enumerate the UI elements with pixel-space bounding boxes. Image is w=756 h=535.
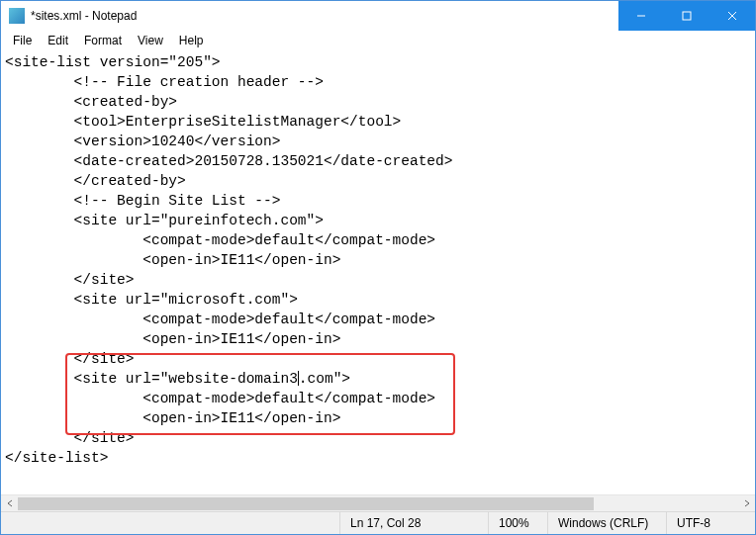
scroll-thumb[interactable]	[18, 497, 594, 510]
menu-edit[interactable]: Edit	[40, 32, 76, 49]
horizontal-scrollbar[interactable]	[1, 494, 755, 511]
scroll-left-icon[interactable]	[1, 495, 18, 512]
titlebar[interactable]: *sites.xml - Notepad	[1, 1, 755, 31]
window-buttons	[618, 1, 755, 31]
menu-help[interactable]: Help	[171, 32, 212, 49]
window-title: *sites.xml - Notepad	[31, 9, 618, 23]
status-position: Ln 17, Col 28	[339, 512, 488, 534]
scroll-right-icon[interactable]	[738, 495, 755, 512]
maximize-button[interactable]	[664, 1, 709, 31]
highlight-box	[65, 353, 455, 435]
menu-file[interactable]: File	[5, 32, 40, 49]
menubar: File Edit Format View Help	[1, 31, 755, 50]
status-eol: Windows (CRLF)	[547, 512, 666, 534]
statusbar: Ln 17, Col 28 100% Windows (CRLF) UTF-8	[1, 511, 755, 534]
close-button[interactable]	[709, 1, 755, 31]
status-zoom: 100%	[488, 512, 547, 534]
menu-format[interactable]: Format	[76, 32, 130, 49]
editor: <site-list version="205"> <!-- File crea…	[1, 50, 755, 511]
notepad-icon	[9, 8, 25, 24]
status-encoding: UTF-8	[666, 512, 755, 534]
text-area[interactable]: <site-list version="205"> <!-- File crea…	[1, 50, 755, 494]
menu-view[interactable]: View	[130, 32, 171, 49]
minimize-button[interactable]	[618, 1, 664, 31]
scroll-track[interactable]	[18, 495, 738, 512]
svg-rect-1	[683, 12, 691, 20]
